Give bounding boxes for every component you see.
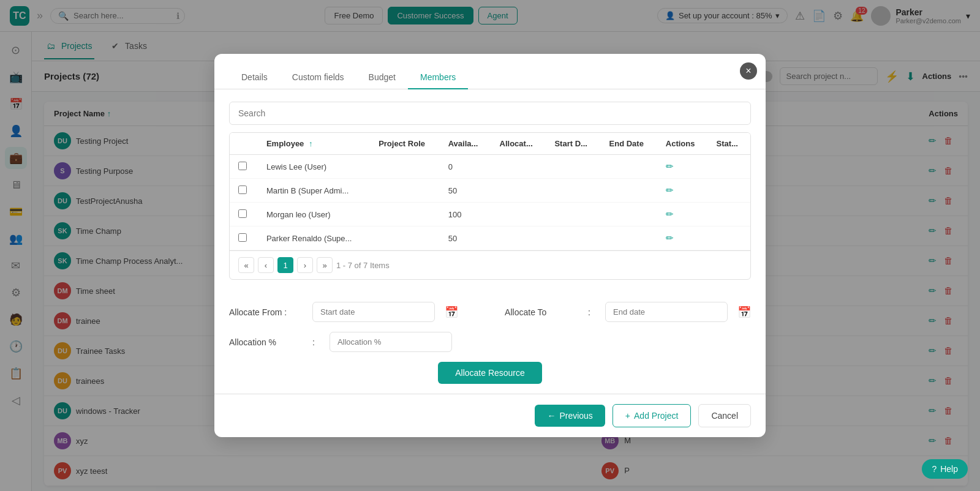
member-allocated-cell bbox=[491, 179, 546, 203]
member-edit-icon[interactable]: ✏ bbox=[666, 185, 674, 195]
allocate-from-label: Allocate From : bbox=[229, 307, 303, 317]
member-checkbox-cell bbox=[230, 227, 258, 250]
allocate-section: Allocate From : 📅 Allocate To : 📅 Alloca… bbox=[214, 292, 766, 394]
member-checkbox[interactable] bbox=[238, 233, 247, 242]
allocate-resource-btn[interactable]: Allocate Resource bbox=[438, 362, 542, 384]
member-status-cell bbox=[708, 203, 750, 227]
member-pagination: « ‹ 1 › » 1 - 7 of 7 Items bbox=[230, 250, 750, 279]
member-checkbox-cell bbox=[230, 203, 258, 227]
member-col-start: Start D... bbox=[546, 133, 600, 155]
mem-page-next-btn[interactable]: › bbox=[297, 257, 313, 273]
member-role-cell bbox=[370, 203, 440, 227]
member-allocated-cell bbox=[491, 227, 546, 250]
member-employee-cell: Parker Renaldo (Supe... bbox=[258, 227, 370, 250]
member-end-cell bbox=[601, 227, 657, 250]
member-row: Parker Renaldo (Supe... 50 ✏ bbox=[230, 227, 750, 250]
allocate-to-colon: : bbox=[588, 307, 590, 317]
member-checkbox[interactable] bbox=[238, 209, 247, 218]
project-modal: × Details Custom fields Budget Members E… bbox=[214, 54, 766, 437]
member-employee-cell: Lewis Lee (User) bbox=[258, 155, 370, 179]
member-available-cell: 50 bbox=[440, 179, 491, 203]
member-allocated-cell bbox=[491, 155, 546, 179]
modal-tabs: Details Custom fields Budget Members bbox=[214, 54, 766, 89]
member-employee-cell: Morgan leo (User) bbox=[258, 203, 370, 227]
help-icon: ? bbox=[932, 464, 937, 474]
member-allocated-cell bbox=[491, 203, 546, 227]
allocation-percent-input[interactable] bbox=[330, 332, 452, 352]
member-edit-icon[interactable]: ✏ bbox=[666, 233, 674, 243]
plus-icon: + bbox=[625, 411, 630, 421]
previous-btn[interactable]: ← Previous bbox=[535, 405, 605, 427]
add-project-label: Add Project bbox=[634, 411, 678, 421]
member-col-checkbox bbox=[230, 133, 258, 155]
mem-page-last-btn[interactable]: » bbox=[317, 257, 333, 273]
member-end-cell bbox=[601, 155, 657, 179]
member-start-cell bbox=[546, 227, 600, 250]
member-row: Lewis Lee (User) 0 ✏ bbox=[230, 155, 750, 179]
member-col-status: Stat... bbox=[708, 133, 750, 155]
member-employee-cell: Martin B (Super Admi... bbox=[258, 179, 370, 203]
start-date-calendar-icon[interactable]: 📅 bbox=[445, 305, 458, 319]
modal-close-btn[interactable]: × bbox=[740, 62, 757, 80]
allocation-percent-row: Allocation % : bbox=[229, 332, 751, 352]
member-checkbox[interactable] bbox=[238, 162, 247, 170]
member-col-allocated: Allocat... bbox=[491, 133, 546, 155]
member-col-end: End Date bbox=[601, 133, 657, 155]
members-table-container: Employee ↑ Project Role Availa... Alloca… bbox=[229, 132, 751, 280]
allocate-from-input[interactable] bbox=[312, 302, 435, 322]
allocate-to-label: Allocate To bbox=[505, 307, 578, 317]
member-checkbox-cell bbox=[230, 155, 258, 179]
allocate-from-row: Allocate From : 📅 Allocate To : 📅 bbox=[229, 302, 751, 322]
member-edit-icon[interactable]: ✏ bbox=[666, 161, 674, 171]
member-status-cell bbox=[708, 227, 750, 250]
member-pagination-info: 1 - 7 of 7 Items bbox=[336, 261, 390, 270]
member-col-actions: Actions bbox=[657, 133, 708, 155]
member-search-input[interactable] bbox=[229, 102, 751, 125]
modal-footer: ← Previous + Add Project Cancel bbox=[214, 394, 766, 437]
end-date-calendar-icon[interactable]: 📅 bbox=[737, 305, 751, 319]
previous-label: Previous bbox=[559, 411, 592, 421]
modal-tab-custom-fields[interactable]: Custom fields bbox=[280, 66, 356, 89]
cancel-btn[interactable]: Cancel bbox=[698, 404, 751, 427]
member-role-cell bbox=[370, 155, 440, 179]
member-role-cell bbox=[370, 179, 440, 203]
member-col-available: Availa... bbox=[440, 133, 491, 155]
arrow-left-icon: ← bbox=[547, 411, 556, 421]
member-action-cell: ✏ bbox=[657, 179, 708, 203]
modal-tab-details[interactable]: Details bbox=[229, 66, 280, 89]
member-checkbox[interactable] bbox=[238, 186, 247, 194]
member-role-cell bbox=[370, 227, 440, 250]
member-row: Martin B (Super Admi... 50 ✏ bbox=[230, 179, 750, 203]
member-start-cell bbox=[546, 203, 600, 227]
member-start-cell bbox=[546, 155, 600, 179]
member-col-employee[interactable]: Employee ↑ bbox=[258, 133, 370, 155]
member-action-cell: ✏ bbox=[657, 227, 708, 250]
members-table: Employee ↑ Project Role Availa... Alloca… bbox=[230, 133, 750, 250]
modal-overlay[interactable]: × Details Custom fields Budget Members E… bbox=[0, 0, 980, 491]
modal-tab-budget[interactable]: Budget bbox=[356, 66, 408, 89]
mem-page-prev-btn[interactable]: ‹ bbox=[258, 257, 274, 273]
allocation-percent-colon: : bbox=[312, 337, 315, 347]
allocate-to-input[interactable] bbox=[605, 302, 728, 322]
add-project-btn[interactable]: + Add Project bbox=[612, 404, 692, 427]
member-available-cell: 100 bbox=[440, 203, 491, 227]
member-checkbox-cell bbox=[230, 179, 258, 203]
member-action-cell: ✏ bbox=[657, 155, 708, 179]
member-available-cell: 0 bbox=[440, 155, 491, 179]
member-col-role: Project Role bbox=[370, 133, 440, 155]
member-row: Morgan leo (User) 100 ✏ bbox=[230, 203, 750, 227]
modal-body: Employee ↑ Project Role Availa... Alloca… bbox=[214, 89, 766, 292]
member-status-cell bbox=[708, 155, 750, 179]
help-label: Help bbox=[940, 464, 958, 474]
help-btn[interactable]: ? Help bbox=[922, 459, 968, 479]
member-status-cell bbox=[708, 179, 750, 203]
member-edit-icon[interactable]: ✏ bbox=[666, 209, 674, 219]
mem-page-1-btn[interactable]: 1 bbox=[277, 257, 293, 273]
member-end-cell bbox=[601, 203, 657, 227]
modal-tab-members[interactable]: Members bbox=[408, 66, 468, 89]
member-end-cell bbox=[601, 179, 657, 203]
member-action-cell: ✏ bbox=[657, 203, 708, 227]
member-available-cell: 50 bbox=[440, 227, 491, 250]
allocation-percent-label: Allocation % bbox=[229, 337, 303, 347]
mem-page-first-btn[interactable]: « bbox=[238, 257, 254, 273]
